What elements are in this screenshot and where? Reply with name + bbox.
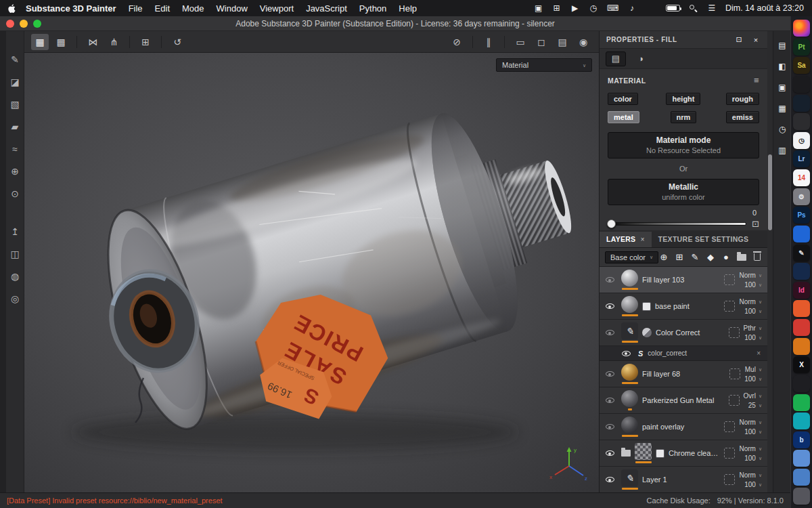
add-effect-icon[interactable]: ⊞ — [675, 252, 684, 262]
input-language-flag-icon[interactable] — [646, 5, 657, 12]
display-settings-icon[interactable]: ◎ — [7, 291, 23, 307]
dock-app-pen[interactable]: ✎ — [793, 245, 810, 261]
layer-thumbnail[interactable] — [621, 364, 638, 381]
camera-settings-icon[interactable]: ▤ — [554, 34, 571, 50]
add-icon[interactable]: ⊞ — [137, 34, 154, 50]
blend-mode-select[interactable]: Norm∨ — [739, 272, 762, 279]
fill-properties-tab-icon[interactable]: ▤ — [606, 51, 626, 66]
material-mode-dropdown[interactable]: Material ∨ — [496, 58, 592, 72]
menu-item-edit[interactable]: Edit — [149, 3, 176, 14]
add-fill-layer-icon[interactable]: ◆ — [706, 252, 715, 262]
material-mode-button[interactable]: Material mode No Resource Selected — [608, 132, 759, 158]
layer-thumbnail[interactable] — [621, 390, 638, 407]
channel-nrm-button[interactable]: nrm — [671, 111, 697, 123]
window-titlebar[interactable]: Adobe Substance 3D Painter (Substance Ed… — [0, 16, 790, 31]
spotlight-icon[interactable] — [689, 4, 698, 13]
menu-item-viewport[interactable]: Viewport — [254, 3, 300, 14]
layer-row[interactable]: Fill layer 68Mul∨100∨ — [600, 361, 767, 387]
visibility-eye-icon[interactable] — [602, 330, 617, 335]
layer-row[interactable]: paint overlayNorm∨100∨ — [600, 414, 767, 440]
clone-tool-icon[interactable]: ⊕ — [7, 163, 23, 179]
keyboard-icon[interactable]: ⌨ — [607, 3, 618, 13]
opacity-select[interactable]: 100∨ — [744, 454, 762, 462]
mask-placeholder[interactable] — [729, 395, 740, 406]
add-paint-layer-icon[interactable]: ✎ — [690, 252, 700, 262]
menu-item-file[interactable]: File — [122, 3, 149, 14]
dock-indesign[interactable]: Id — [793, 282, 810, 299]
remove-effect-icon[interactable]: × — [757, 350, 761, 357]
visibility-eye-icon[interactable] — [602, 477, 617, 482]
dock-system-settings[interactable]: ⚙ — [793, 188, 810, 205]
visibility-eye-icon[interactable] — [602, 424, 617, 429]
visibility-eye-icon[interactable] — [602, 303, 617, 309]
paint-tool-icon[interactable]: ✎ — [7, 51, 23, 68]
dock-substance-painter[interactable]: Pt — [793, 39, 810, 56]
opacity-select[interactable]: 100∨ — [744, 281, 762, 289]
add-group-icon[interactable] — [737, 254, 746, 261]
metallic-button[interactable]: Metallic uniform color — [608, 179, 759, 205]
launchpad-icon[interactable]: ⊞ — [552, 3, 562, 13]
blend-mode-select[interactable]: Mul∨ — [745, 366, 762, 373]
dock-calendar[interactable]: 14 — [793, 169, 810, 186]
hide-ui-icon[interactable]: ⊘ — [448, 34, 466, 50]
blend-mode-select[interactable]: Norm∨ — [739, 445, 762, 452]
mask-placeholder[interactable] — [729, 368, 740, 379]
blend-mode-select[interactable]: Norm∨ — [739, 471, 762, 479]
pause-engine-icon[interactable]: ∥ — [480, 34, 497, 50]
dock-app-blue[interactable] — [793, 226, 810, 242]
panel-scrollbar[interactable] — [767, 31, 773, 492]
menubar-clock[interactable]: Dim. 14 août à 23:20 — [725, 3, 804, 13]
mask-placeholder[interactable] — [729, 327, 740, 338]
dock-app-red[interactable] — [793, 319, 810, 336]
mask-placeholder[interactable] — [724, 421, 735, 432]
menu-item-help[interactable]: Help — [392, 3, 423, 14]
channel-emiss-button[interactable]: emiss — [726, 111, 759, 123]
channel-filter-dropdown[interactable]: Base color ∨ — [605, 251, 658, 263]
add-mask-icon[interactable]: ⊕ — [659, 252, 669, 262]
menu-item-python[interactable]: Python — [353, 3, 392, 14]
metallic-slider-track[interactable] — [608, 222, 746, 226]
close-tab-icon[interactable]: × — [640, 236, 644, 243]
axis-gizmo[interactable]: y x z — [546, 445, 589, 484]
dock-firefox[interactable] — [793, 20, 810, 37]
rendering-mode-icon[interactable]: ▩ — [52, 34, 70, 50]
menu-item-window[interactable]: Window — [210, 3, 254, 14]
visibility-eye-icon[interactable] — [602, 398, 617, 403]
channel-height-button[interactable]: height — [666, 93, 700, 105]
dock-app-dark-2[interactable] — [793, 113, 810, 130]
eraser-tool-icon[interactable]: ◪ — [7, 74, 23, 90]
channel-color-button[interactable]: color — [608, 93, 638, 105]
dock-app-teal[interactable] — [793, 412, 810, 429]
history-icon[interactable]: ↺ — [168, 34, 186, 50]
metallic-slider[interactable] — [608, 219, 746, 228]
undock-panel-icon[interactable]: ⊡ — [734, 35, 744, 44]
panel-scrollbar-thumb[interactable] — [768, 154, 772, 230]
log-panel-icon[interactable]: ▥ — [777, 146, 787, 155]
opacity-select[interactable]: 100∨ — [744, 334, 762, 341]
properties-panel-icon[interactable]: ▤ — [777, 41, 787, 50]
volume-icon[interactable]: ♪ — [627, 3, 637, 13]
display-settings-panel-icon[interactable]: ◧ — [777, 62, 787, 71]
layer-effect-row[interactable]: Scolor_correct× — [600, 346, 767, 361]
dock-substance-sampler[interactable]: Sa — [793, 57, 810, 74]
dock-photoshop[interactable]: Ps — [793, 207, 810, 224]
visibility-eye-icon[interactable] — [618, 351, 633, 356]
mask-placeholder[interactable] — [724, 301, 735, 312]
bake-icon[interactable]: ◍ — [7, 268, 23, 284]
blend-mode-select[interactable]: Norm∨ — [739, 298, 762, 305]
material-properties-tab-icon[interactable]: ◑ — [631, 51, 651, 66]
color-picker-icon[interactable]: ⊡ — [752, 219, 759, 229]
dock-blender[interactable] — [793, 338, 810, 355]
playback-icon[interactable]: ▶ — [570, 3, 580, 13]
layer-row[interactable]: Parkerized Gun MetalOvrl∨25∨ — [600, 387, 767, 414]
dock-app-dark-4[interactable] — [793, 375, 810, 392]
layer-thumbnail[interactable] — [621, 270, 638, 287]
close-window-button[interactable] — [6, 20, 14, 28]
add-smart-material-icon[interactable]: ● — [721, 252, 731, 262]
symmetry-settings-icon[interactable]: ⋔ — [105, 34, 122, 50]
dock-lightroom[interactable]: Lr — [793, 150, 810, 167]
apple-menu[interactable] — [7, 3, 16, 14]
menu-item-substance-3d-painter[interactable]: Substance 3D Painter — [20, 3, 122, 14]
polygon-fill-tool-icon[interactable]: ▰ — [7, 119, 23, 135]
channel-metal-button[interactable]: metal — [608, 111, 639, 123]
